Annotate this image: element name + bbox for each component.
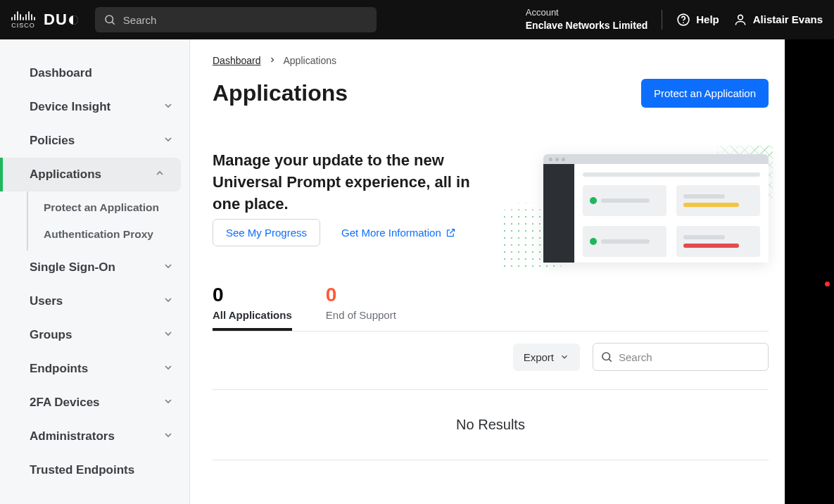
chevron-down-icon bbox=[163, 396, 174, 410]
sidebar-item-users[interactable]: Users bbox=[0, 284, 189, 318]
no-results-message: No Results bbox=[213, 389, 769, 460]
user-icon bbox=[733, 13, 747, 27]
tab-all-applications[interactable]: 0 All Applications bbox=[213, 284, 292, 331]
table-search-input[interactable] bbox=[619, 351, 761, 363]
chevron-down-icon bbox=[163, 294, 174, 309]
chevron-down-icon bbox=[163, 260, 174, 275]
chevron-down-icon bbox=[163, 429, 174, 444]
divider bbox=[662, 10, 662, 30]
account-name: Enclave Networks Limited bbox=[526, 19, 648, 32]
svg-line-1 bbox=[112, 22, 114, 24]
sidebar-item-applications[interactable]: Applications bbox=[0, 158, 181, 191]
global-search-input[interactable] bbox=[123, 14, 368, 26]
breadcrumb-root[interactable]: Dashboard bbox=[213, 55, 261, 66]
chevron-down-icon bbox=[163, 100, 174, 115]
svg-point-5 bbox=[602, 353, 610, 360]
global-search[interactable] bbox=[95, 7, 377, 32]
tab-eos-label: End of Support bbox=[326, 309, 396, 321]
breadcrumb: Dashboard Applications bbox=[213, 55, 769, 66]
breadcrumb-current: Applications bbox=[284, 55, 337, 66]
right-black-strip bbox=[785, 39, 834, 504]
sidebar-nav: Dashboard Device Insight Policies Applic… bbox=[0, 39, 190, 504]
see-my-progress-button[interactable]: See My Progress bbox=[213, 219, 320, 246]
chevron-down-icon bbox=[163, 328, 174, 343]
external-link-icon bbox=[446, 227, 456, 238]
svg-point-3 bbox=[683, 22, 684, 23]
tab-end-of-support[interactable]: 0 End of Support bbox=[326, 284, 396, 331]
duo-logo: DU bbox=[44, 11, 78, 29]
red-dot-indicator bbox=[825, 282, 830, 286]
sidebar-item-2fa-devices[interactable]: 2FA Devices bbox=[0, 386, 189, 420]
sidebar-item-endpoints[interactable]: Endpoints bbox=[0, 352, 189, 386]
sidebar-item-device-insight[interactable]: Device Insight bbox=[0, 90, 189, 124]
cisco-logo: CISCO bbox=[11, 11, 35, 29]
sidebar-item-administrators[interactable]: Administrators bbox=[0, 420, 189, 453]
chevron-down-icon bbox=[560, 352, 569, 362]
sidebar-item-trusted-endpoints[interactable]: Trusted Endpoints bbox=[0, 453, 189, 487]
promo-illustration bbox=[515, 150, 769, 263]
top-bar: CISCO DU Account Enclave Networks Limite… bbox=[0, 0, 834, 39]
search-icon bbox=[103, 13, 116, 26]
svg-line-6 bbox=[609, 359, 611, 361]
tab-eos-count: 0 bbox=[326, 284, 396, 306]
export-button[interactable]: Export bbox=[513, 344, 580, 371]
chevron-up-icon bbox=[154, 168, 165, 182]
account-switcher[interactable]: Account Enclave Networks Limited bbox=[526, 7, 648, 32]
svg-point-4 bbox=[738, 15, 743, 20]
tab-all-label: All Applications bbox=[213, 309, 292, 321]
chevron-right-icon bbox=[268, 55, 277, 66]
sidebar-sub-protect-application[interactable]: Protect an Application bbox=[28, 194, 189, 221]
sidebar-item-dashboard[interactable]: Dashboard bbox=[0, 56, 189, 90]
brand-logos: CISCO DU bbox=[11, 11, 78, 29]
tab-all-count: 0 bbox=[213, 284, 292, 306]
sidebar-item-groups[interactable]: Groups bbox=[0, 318, 189, 352]
sidebar-item-policies[interactable]: Policies bbox=[0, 124, 189, 158]
help-icon bbox=[676, 13, 690, 27]
sidebar-sub-auth-proxy[interactable]: Authentication Proxy bbox=[28, 221, 189, 248]
search-icon bbox=[600, 351, 613, 363]
help-label: Help bbox=[696, 13, 719, 25]
user-menu[interactable]: Alistair Evans bbox=[733, 13, 823, 27]
sidebar-submenu-applications: Protect an Application Authentication Pr… bbox=[27, 191, 189, 251]
application-tabs: 0 All Applications 0 End of Support bbox=[213, 284, 769, 332]
universal-prompt-promo: Manage your update to the new Universal … bbox=[213, 150, 769, 263]
chevron-down-icon bbox=[163, 362, 174, 377]
account-label: Account bbox=[526, 7, 648, 19]
table-search[interactable] bbox=[593, 343, 769, 371]
help-link[interactable]: Help bbox=[676, 13, 719, 27]
user-name: Alistair Evans bbox=[753, 13, 823, 25]
protect-application-button[interactable]: Protect an Application bbox=[641, 79, 769, 108]
sidebar-item-sso[interactable]: Single Sign-On bbox=[0, 251, 189, 284]
chevron-down-icon bbox=[163, 134, 174, 149]
main-content: Dashboard Applications Applications Prot… bbox=[190, 39, 785, 504]
get-more-information-link[interactable]: Get More Information bbox=[341, 227, 456, 239]
promo-heading: Manage your update to the new Universal … bbox=[213, 150, 487, 215]
page-title: Applications bbox=[213, 80, 348, 106]
svg-point-0 bbox=[106, 15, 113, 23]
